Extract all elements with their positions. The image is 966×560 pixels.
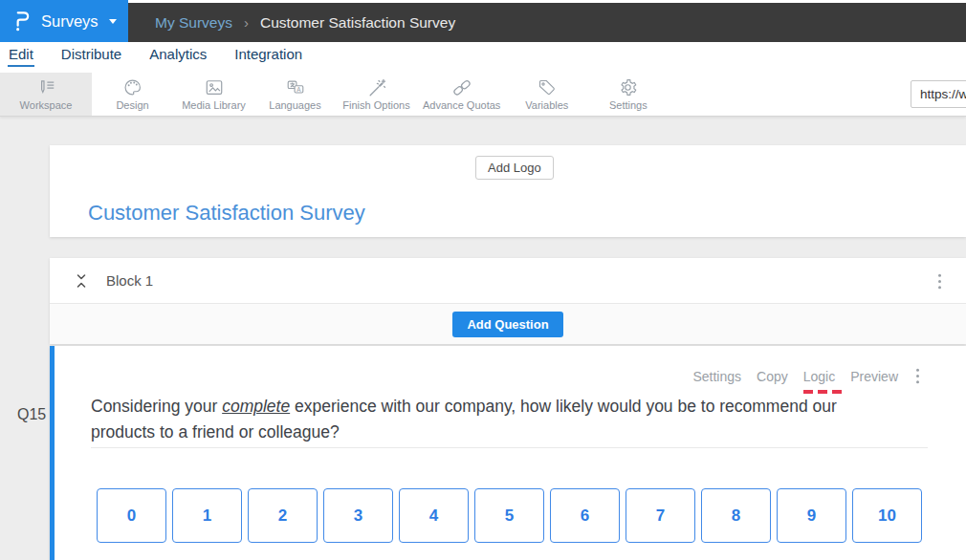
app-menu[interactable]: Surveys: [0, 0, 128, 42]
collapse-block-icon[interactable]: [75, 273, 88, 289]
nps-scale: 0 1 2 3 4 5 6 7 8 9 10: [97, 488, 922, 543]
toolbar-item-label: Languages: [269, 99, 320, 111]
tag-icon: [537, 77, 557, 97]
nps-option-6[interactable]: 6: [550, 488, 620, 543]
add-logo-button[interactable]: Add Logo: [475, 156, 554, 180]
toolbar-item-label: Workspace: [20, 99, 73, 111]
add-question-button[interactable]: Add Question: [452, 312, 562, 337]
block-title: Block 1: [106, 272, 153, 289]
breadcrumb: My Surveys › Customer Satisfaction Surve…: [128, 3, 966, 42]
toolbar-item-label: Finish Options: [342, 99, 409, 111]
tab-distribute[interactable]: Distribute: [60, 42, 122, 65]
question-text[interactable]: Considering your complete experience wit…: [91, 394, 866, 445]
toolbar-item-label: Advance Quotas: [423, 99, 500, 111]
add-question-row: Add Question: [50, 304, 966, 344]
block-menu-icon[interactable]: [937, 273, 942, 290]
toolbar-item-settings[interactable]: Settings: [587, 73, 669, 116]
toolbar-item-finish-options[interactable]: Finish Options: [336, 73, 417, 116]
question-action-copy[interactable]: Copy: [757, 369, 788, 384]
nps-option-2[interactable]: 2: [248, 488, 318, 543]
toolbar-item-label: Settings: [609, 99, 648, 111]
toolbar-item-media-library[interactable]: Media Library: [173, 73, 254, 116]
nps-option-1[interactable]: 1: [172, 488, 242, 543]
toolbar-item-variables[interactable]: Variables: [506, 73, 587, 116]
nps-option-4[interactable]: 4: [399, 488, 469, 543]
survey-header-card: Add Logo Customer Satisfaction Survey: [50, 145, 966, 237]
toolbar-item-label: Design: [116, 99, 148, 111]
question-number: Q15: [17, 406, 46, 423]
block-header: Block 1: [50, 258, 966, 304]
nps-option-5[interactable]: 5: [474, 488, 544, 543]
image-icon: [204, 77, 225, 97]
toolbar-item-design[interactable]: Design: [92, 73, 173, 116]
chain-links-icon: [451, 77, 472, 97]
toolbar-item-label: Media Library: [182, 99, 246, 111]
gear-icon: [618, 77, 638, 97]
question-actions: Settings Copy Logic Preview: [692, 368, 920, 384]
question-action-settings[interactable]: Settings: [692, 369, 741, 384]
nps-option-8[interactable]: 8: [701, 488, 771, 543]
tab-integration[interactable]: Integration: [233, 42, 303, 65]
tab-edit[interactable]: Edit: [8, 42, 34, 67]
edit-toolbar: Workspace Design Media Library: [0, 73, 966, 117]
block-card: Block 1 Add Question: [50, 258, 966, 344]
toolbar-item-label: Variables: [525, 99, 568, 111]
palette-icon: [122, 77, 143, 97]
nps-option-9[interactable]: 9: [777, 488, 846, 543]
toolbar-item-advance-quotas[interactable]: Advance Quotas: [417, 73, 506, 116]
breadcrumb-separator-icon: ›: [244, 14, 249, 31]
question-card: Settings Copy Logic Preview Considering …: [50, 346, 966, 560]
breadcrumb-current: Customer Satisfaction Survey: [260, 14, 455, 32]
nps-option-7[interactable]: 7: [626, 488, 695, 543]
chevron-down-icon: [109, 19, 117, 24]
translate-icon: A: [285, 77, 306, 97]
breadcrumb-parent-link[interactable]: My Surveys: [155, 14, 232, 32]
proprofs-logo-icon: [12, 11, 33, 32]
svg-text:A: A: [296, 85, 301, 92]
nps-option-0[interactable]: 0: [97, 488, 166, 543]
survey-title[interactable]: Customer Satisfaction Survey: [88, 201, 365, 226]
tab-analytics[interactable]: Analytics: [148, 42, 208, 65]
question-action-logic[interactable]: Logic: [803, 369, 835, 384]
toolbar-item-workspace[interactable]: Workspace: [0, 73, 92, 116]
app-menu-label: Surveys: [41, 12, 99, 31]
toolbar-item-languages[interactable]: A Languages: [254, 73, 336, 116]
question-menu-icon[interactable]: [915, 368, 920, 384]
workspace-icon: [35, 77, 56, 97]
question-divider: [91, 447, 928, 448]
nps-option-3[interactable]: 3: [323, 488, 393, 543]
nps-option-10[interactable]: 10: [852, 488, 922, 543]
top-header: Surveys My Surveys › Customer Satisfacti…: [0, 0, 966, 42]
question-action-preview[interactable]: Preview: [850, 369, 898, 384]
question-text-emphasis: complete: [222, 397, 290, 416]
survey-canvas: Add Logo Customer Satisfaction Survey Bl…: [0, 117, 966, 560]
survey-url-input[interactable]: [911, 80, 966, 108]
question-text-part: Considering your: [91, 397, 222, 416]
main-nav: Edit Distribute Analytics Integration: [0, 42, 966, 73]
magic-wand-icon: [366, 77, 387, 97]
